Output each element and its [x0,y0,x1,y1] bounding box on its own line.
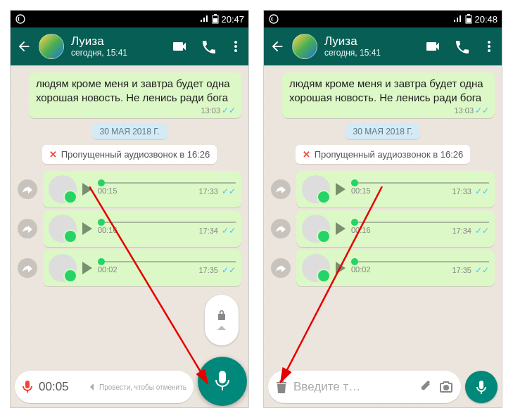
svg-point-13 [488,45,490,48]
svg-point-0 [16,15,25,23]
voice-duration: 00:02 [98,265,118,275]
record-mic-button[interactable] [198,357,247,406]
battery-icon [212,14,219,24]
voice-time: 17:34 [452,227,471,235]
date-separator: 30 МАЯ 2018 Г. [92,124,166,139]
contact-avatar[interactable] [292,34,317,59]
svg-point-8 [270,15,278,23]
recording-bar: 00:05 Провести, чтобы отменить [15,371,194,403]
status-bar: 20:48 [264,11,502,27]
camera-icon[interactable] [438,379,454,395]
status-time: 20:48 [474,14,498,25]
svg-rect-2 [213,18,217,23]
chevron-up-icon [217,324,227,331]
voice-duration: 00:16 [98,226,118,236]
more-icon[interactable] [482,39,496,53]
more-icon[interactable] [229,39,243,53]
voice-duration: 00:02 [351,265,371,275]
voice-track[interactable] [351,261,489,262]
video-call-icon[interactable] [171,38,188,55]
chat-header: Луиза сегодня, 15:41 [264,27,502,65]
missed-call-icon: ✕ [49,149,57,160]
play-icon[interactable] [336,183,346,196]
svg-point-14 [488,49,490,52]
voice-duration: 00:15 [351,186,371,196]
read-ticks-icon: ✓✓ [475,106,489,115]
forward-icon[interactable] [271,219,291,238]
forward-icon[interactable] [18,179,37,199]
chevron-left-icon [88,383,96,391]
svg-rect-11 [467,14,470,15]
message-time: 13:03 [201,106,220,115]
chat-header: Луиза сегодня, 15:41 [11,27,248,65]
voice-track[interactable] [98,261,236,262]
mic-button[interactable] [465,371,498,403]
forward-icon[interactable] [18,258,37,278]
missed-call-chip[interactable]: ✕ Пропущенный аудиозвонок в 16:26 [296,145,471,164]
phone-call-icon[interactable] [454,39,469,54]
play-icon[interactable] [336,222,346,235]
voice-message[interactable]: 00:1517:33 ✓✓ [43,171,241,208]
contact-name[interactable]: Луиза [324,35,417,49]
play-icon[interactable] [336,262,346,274]
lock-icon [215,309,228,322]
svg-point-5 [234,45,237,48]
read-ticks-icon: ✓✓ [475,186,489,196]
lock-hint [205,295,239,345]
voice-track[interactable] [98,182,236,184]
date-separator: 30 МАЯ 2018 Г. [346,124,419,139]
forward-icon[interactable] [271,179,291,199]
missed-call-icon: ✕ [303,149,310,160]
read-ticks-icon: ✓✓ [222,226,236,236]
trash-icon[interactable] [275,380,288,394]
voice-time: 17:35 [198,266,218,274]
contact-name[interactable]: Луиза [71,35,164,49]
message-text: людям кроме меня и завтра будет одна хор… [36,77,236,104]
video-call-icon[interactable] [424,38,441,55]
battery-icon [465,14,472,24]
voice-avatar-icon [49,254,77,282]
outgoing-message[interactable]: людям кроме меня и завтра будет одна хор… [29,72,241,118]
svg-rect-3 [214,14,217,15]
voice-track[interactable] [351,182,489,184]
signal-icon [200,15,210,23]
voice-message[interactable]: 00:1517:33 ✓✓ [296,171,495,208]
cancel-swipe-hint[interactable]: Провести, чтобы отменить [88,383,186,391]
phone-call-icon[interactable] [201,39,216,54]
read-ticks-icon: ✓✓ [475,226,489,236]
play-icon[interactable] [82,262,92,274]
forward-icon[interactable] [271,258,291,278]
message-input-bar[interactable]: Введите т… [268,371,461,403]
message-text: людям кроме меня и завтра будет одна хор… [289,77,489,104]
contact-subtitle: сегодня, 15:41 [324,49,417,58]
back-icon[interactable] [270,39,285,54]
voice-message[interactable]: 00:0217:35 ✓✓ [296,250,495,286]
outgoing-message[interactable]: людям кроме меня и завтра будет одна хор… [282,72,495,118]
svg-rect-10 [467,18,471,23]
recording-timer: 00:05 [39,380,69,394]
contact-avatar[interactable] [39,34,64,59]
forward-icon[interactable] [18,219,37,238]
voice-time: 17:35 [452,266,471,274]
back-icon[interactable] [16,39,32,54]
voice-duration: 00:16 [351,226,371,236]
chat-area[interactable]: людям кроме меня и завтра будет одна хор… [11,65,248,407]
voice-track[interactable] [351,222,489,223]
chat-area[interactable]: людям кроме меня и завтра будет одна хор… [264,65,502,407]
message-input-placeholder[interactable]: Введите т… [293,380,413,394]
missed-call-chip[interactable]: ✕ Пропущенный аудиозвонок в 16:26 [42,145,217,164]
voice-avatar-icon [302,215,330,243]
read-ticks-icon: ✓✓ [222,265,236,275]
voice-time: 17:34 [198,227,218,235]
screen-idle: 20:48 Луиза сегодня, 15:41 людям кроме м… [263,10,502,408]
voice-message[interactable]: 00:1617:34 ✓✓ [43,210,241,247]
status-bar: 20:47 [11,11,248,27]
notification-icon [15,13,26,25]
voice-message[interactable]: 00:1617:34 ✓✓ [296,210,495,247]
attach-icon[interactable] [419,380,433,394]
voice-message[interactable]: 00:0217:35 ✓✓ [43,250,241,286]
voice-track[interactable] [98,222,236,223]
play-icon[interactable] [82,222,92,235]
play-icon[interactable] [82,183,92,196]
svg-point-4 [234,41,237,44]
